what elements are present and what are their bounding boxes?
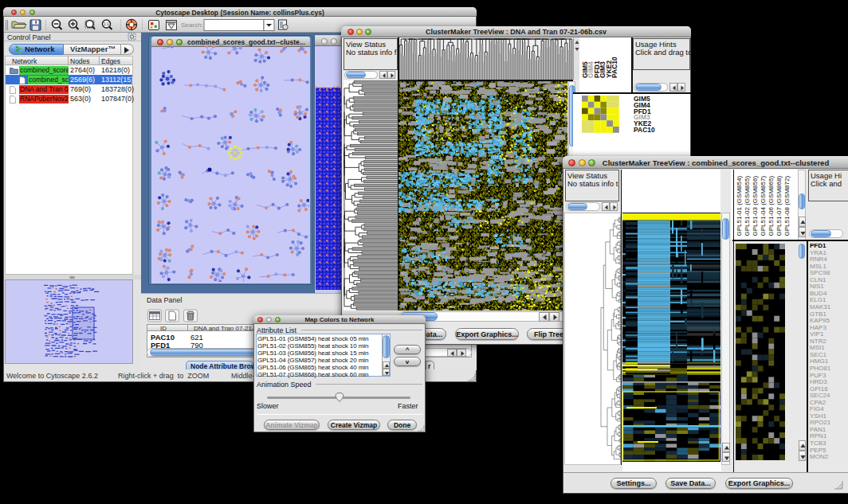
svg-text:1:1: 1:1 [104, 22, 109, 26]
svg-text:Search:: Search: [181, 21, 203, 29]
